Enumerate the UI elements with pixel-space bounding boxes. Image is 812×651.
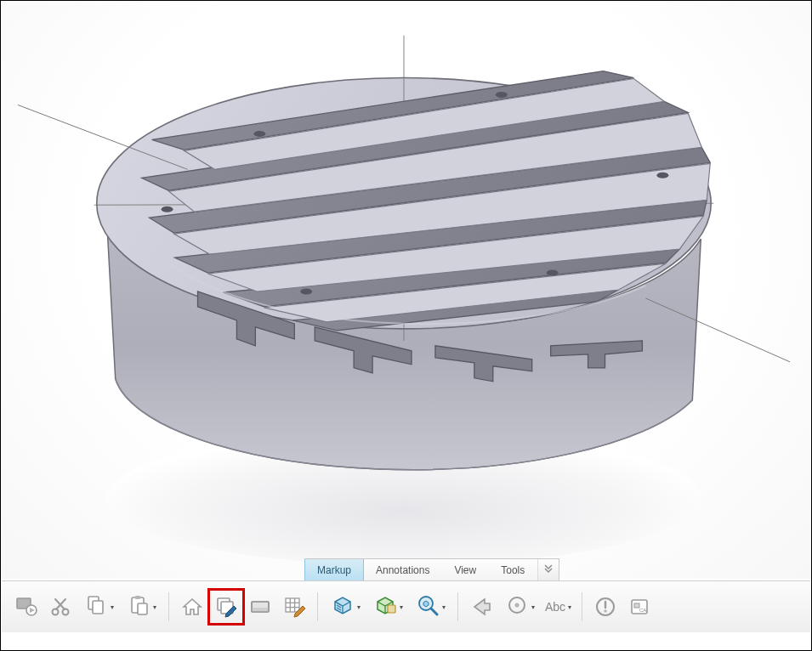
shading-button[interactable]: ▾ <box>325 591 366 623</box>
isometric-button[interactable]: ▾ <box>367 591 408 623</box>
back-button[interactable] <box>465 591 497 623</box>
paste-button[interactable]: ▾ <box>121 591 162 623</box>
cad-model-illustration <box>1 1 811 579</box>
copy-button[interactable]: ▾ <box>78 591 119 623</box>
svg-point-17 <box>53 609 59 615</box>
abc-label: Abc <box>545 600 565 614</box>
markup-layers-button[interactable] <box>210 591 242 623</box>
chevron-down-icon: ▾ <box>531 603 535 611</box>
arrow-left-icon <box>469 595 493 619</box>
play-layers-icon <box>14 595 38 619</box>
svg-point-41 <box>604 609 606 612</box>
svg-rect-29 <box>286 598 299 612</box>
svg-rect-23 <box>138 603 147 614</box>
tabbar-collapse-button[interactable] <box>537 559 559 581</box>
panel-button[interactable] <box>244 591 276 623</box>
iso-cube-icon <box>373 593 397 620</box>
target-button[interactable]: ▾ <box>499 591 540 623</box>
tab-tools[interactable]: Tools <box>489 559 537 581</box>
tab-label: View <box>454 564 476 576</box>
chevron-down-icon: ▾ <box>111 603 114 611</box>
catalog-icon: CA <box>627 595 651 619</box>
scissors-icon <box>48 595 72 619</box>
toolbar-separator <box>317 592 318 621</box>
copy-icon <box>84 593 108 620</box>
svg-rect-34 <box>388 605 395 613</box>
svg-point-13 <box>162 207 173 212</box>
svg-point-11 <box>547 270 559 276</box>
chevron-down-icon: ▾ <box>400 603 403 611</box>
grid-edit-button[interactable] <box>278 591 310 623</box>
svg-point-10 <box>656 173 668 178</box>
cut-button[interactable] <box>44 591 77 623</box>
toolbar-separator <box>457 592 458 621</box>
abc-text-button[interactable]: Abc ▾ <box>542 600 575 614</box>
svg-point-8 <box>253 131 265 137</box>
tab-annotations[interactable]: Annotations <box>364 559 442 581</box>
svg-point-12 <box>300 289 312 295</box>
svg-rect-20 <box>93 601 103 614</box>
tab-label: Tools <box>501 564 525 576</box>
alert-button[interactable] <box>589 591 622 623</box>
tab-bar: Markup Annotations View Tools <box>304 558 559 581</box>
paste-icon <box>127 593 150 620</box>
svg-rect-22 <box>135 596 140 599</box>
svg-point-18 <box>63 609 69 615</box>
play-layers-button[interactable] <box>10 591 43 623</box>
tab-markup[interactable]: Markup <box>304 559 364 581</box>
magnify-cube-icon <box>416 593 440 620</box>
grid-pencil-icon <box>282 595 306 619</box>
home-icon <box>180 595 204 619</box>
toolbar-separator <box>582 592 582 621</box>
svg-point-38 <box>514 603 519 608</box>
main-toolbar: ▾ ▾ <box>2 580 810 632</box>
panel-icon <box>248 595 272 619</box>
tab-label: Markup <box>317 564 351 576</box>
chevron-down-icon: ▾ <box>153 603 156 611</box>
examine-button[interactable]: ▾ <box>410 591 451 623</box>
alert-circle-icon <box>593 595 617 619</box>
home-button[interactable] <box>176 591 208 623</box>
svg-point-9 <box>496 92 508 98</box>
toolbar-separator <box>168 592 169 621</box>
chevron-down-icon: ▾ <box>357 603 361 611</box>
model-viewport[interactable] <box>1 1 811 579</box>
svg-text:CA: CA <box>639 608 646 613</box>
layers-pencil-icon <box>214 595 238 619</box>
chevron-down-icon: ▾ <box>568 603 571 611</box>
shading-icon <box>331 593 355 620</box>
catalog-button[interactable]: CA <box>623 591 656 623</box>
app-frame: Markup Annotations View Tools <box>0 0 812 651</box>
svg-line-36 <box>431 609 437 614</box>
tab-label: Annotations <box>376 564 429 576</box>
chevron-down-icon: ▾ <box>442 603 446 611</box>
chevron-down-icon <box>542 563 554 578</box>
tab-view[interactable]: View <box>442 559 489 581</box>
target-icon <box>505 593 529 620</box>
